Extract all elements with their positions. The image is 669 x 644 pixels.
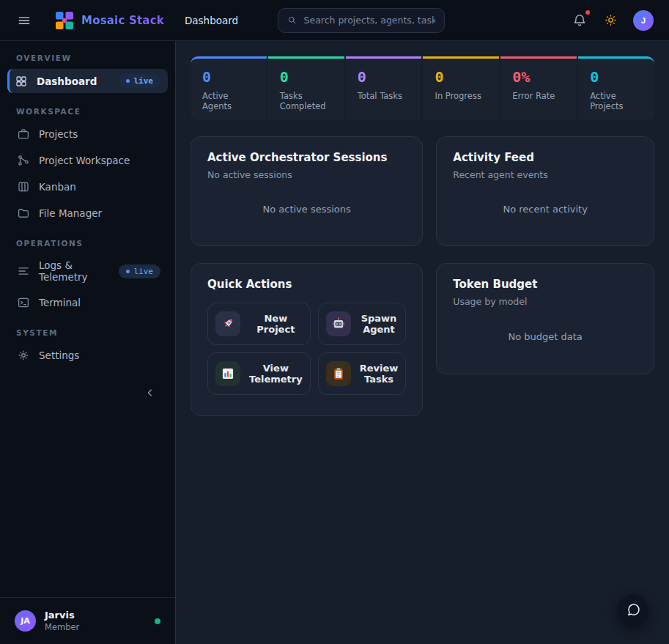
notification-dot bbox=[585, 10, 590, 15]
cards-grid: Active Orchestrator Sessions No active s… bbox=[191, 136, 654, 416]
section-operations: OPERATIONS bbox=[0, 239, 175, 248]
quick-action-label: Spawn Agent bbox=[360, 313, 399, 335]
stat-label: Active Projects bbox=[590, 91, 643, 111]
sidebar-item-label: Project Workspace bbox=[39, 155, 130, 166]
sidebar-item-terminal[interactable]: Terminal bbox=[7, 291, 168, 314]
sidebar-item-label: Kanban bbox=[39, 181, 76, 193]
new-project-button[interactable]: New Project bbox=[207, 303, 311, 345]
stat-value: 0 bbox=[358, 68, 410, 86]
section-overview: OVERVIEW bbox=[0, 53, 175, 62]
spawn-agent-button[interactable]: Spawn Agent bbox=[318, 303, 407, 345]
live-dot-icon bbox=[126, 270, 130, 273]
stat-value: 0 bbox=[280, 68, 333, 86]
logs-icon bbox=[17, 264, 30, 278]
stat-card-total-tasks: 0 Total Tasks bbox=[346, 56, 422, 120]
stat-value: 0 bbox=[590, 68, 643, 86]
activity-card-subtitle: Recent agent events bbox=[453, 169, 637, 180]
bell-icon[interactable] bbox=[571, 12, 588, 29]
sidebar-item-label: File Manager bbox=[39, 207, 102, 219]
sidebar-item-label: Logs & Telemetry bbox=[39, 259, 110, 283]
section-workspace: WORKSPACE bbox=[0, 107, 175, 116]
avatar-initial: J bbox=[641, 16, 646, 25]
topbar-actions: J bbox=[571, 10, 654, 31]
stat-value: 0 bbox=[202, 68, 255, 86]
main-content: 0 Active Agents 0 Tasks Completed 0 Tota… bbox=[176, 41, 669, 644]
stat-card-tasks-completed: 0 Tasks Completed bbox=[268, 56, 344, 120]
sidebar-user-card[interactable]: JA Jarvis Member bbox=[0, 597, 175, 644]
sessions-card-subtitle: No active sessions bbox=[207, 169, 406, 180]
search-icon bbox=[287, 15, 297, 26]
brand-name: Mosaic Stack bbox=[81, 14, 164, 27]
page-title: Dashboard bbox=[185, 15, 238, 26]
avatar: JA bbox=[15, 610, 36, 632]
sidebar-item-project-workspace[interactable]: Project Workspace bbox=[7, 149, 168, 172]
quick-actions-grid: New Project bbox=[207, 303, 406, 395]
app-window: Mosaic Stack Dashboard bbox=[0, 0, 669, 644]
view-telemetry-button[interactable]: View Telemetry bbox=[207, 352, 311, 395]
stat-label: In Progress bbox=[435, 91, 487, 101]
token-budget-card: Token Budget Usage by model No budget da… bbox=[436, 263, 654, 374]
chat-fab-button[interactable] bbox=[618, 594, 648, 625]
activity-empty-state: No recent activity bbox=[453, 180, 637, 232]
mosaic-logo-icon bbox=[55, 11, 74, 30]
bar-chart-icon bbox=[215, 361, 240, 386]
sidebar-item-label: Dashboard bbox=[37, 75, 97, 87]
user-name: Jarvis bbox=[45, 610, 79, 621]
review-tasks-button[interactable]: Review Tasks bbox=[318, 352, 407, 395]
sessions-card-title: Active Orchestrator Sessions bbox=[207, 151, 406, 164]
search-bar[interactable] bbox=[278, 8, 445, 33]
quick-action-label: New Project bbox=[249, 313, 303, 335]
stat-card-active-agents: 0 Active Agents bbox=[191, 56, 267, 120]
live-badge: live bbox=[119, 74, 161, 88]
robot-icon bbox=[326, 311, 351, 336]
stat-card-in-progress: 0 In Progress bbox=[423, 56, 499, 120]
stat-label: Error Rate bbox=[512, 91, 565, 101]
activity-feed-card: Activity Feed Recent agent events No rec… bbox=[436, 136, 654, 246]
stats-row: 0 Active Agents 0 Tasks Completed 0 Tota… bbox=[191, 56, 654, 120]
sidebar-item-file-manager[interactable]: File Manager bbox=[7, 201, 168, 225]
sidebar-item-label: Terminal bbox=[39, 297, 81, 308]
stat-card-error-rate: 0% Error Rate bbox=[500, 56, 577, 120]
search-input[interactable] bbox=[304, 15, 436, 26]
sessions-card: Active Orchestrator Sessions No active s… bbox=[191, 136, 423, 246]
grid-icon bbox=[15, 75, 28, 88]
user-avatar-button[interactable]: J bbox=[633, 10, 654, 31]
quick-action-label: View Telemetry bbox=[249, 363, 303, 385]
section-system: SYSTEM bbox=[0, 328, 175, 337]
quick-action-label: Review Tasks bbox=[360, 363, 399, 385]
live-badge: live bbox=[119, 264, 161, 278]
online-status-dot bbox=[155, 618, 160, 624]
sidebar-item-logs-telemetry[interactable]: Logs & Telemetry live bbox=[7, 254, 168, 288]
brand-logo: Mosaic Stack bbox=[55, 11, 164, 30]
nodes-icon bbox=[17, 154, 30, 167]
stat-label: Tasks Completed bbox=[280, 91, 333, 111]
stat-label: Active Agents bbox=[202, 91, 255, 111]
folder-icon bbox=[17, 207, 30, 220]
briefcase-icon bbox=[17, 127, 30, 141]
sidebar-item-settings[interactable]: Settings bbox=[7, 344, 168, 367]
terminal-icon bbox=[17, 296, 30, 309]
sun-icon[interactable] bbox=[602, 12, 619, 29]
sessions-empty-state: No active sessions bbox=[207, 180, 406, 232]
sidebar-item-projects[interactable]: Projects bbox=[7, 122, 168, 146]
clipboard-icon bbox=[326, 361, 351, 386]
activity-card-title: Activity Feed bbox=[453, 151, 637, 164]
stat-label: Total Tasks bbox=[358, 91, 410, 101]
live-dot-icon bbox=[126, 79, 130, 83]
gear-icon bbox=[17, 349, 30, 362]
sidebar: OVERVIEW Dashboard live WORKSPACE bbox=[0, 41, 176, 644]
chat-icon bbox=[626, 602, 641, 618]
sidebar-item-label: Settings bbox=[39, 349, 79, 361]
quick-actions-title: Quick Actions bbox=[207, 278, 406, 291]
sidebar-collapse-button[interactable] bbox=[141, 384, 159, 401]
quick-actions-card: Quick Actions bbox=[191, 263, 423, 416]
rocket-icon bbox=[215, 311, 240, 336]
stat-value: 0 bbox=[435, 68, 487, 86]
user-role: Member bbox=[45, 622, 79, 632]
budget-card-title: Token Budget bbox=[453, 278, 637, 291]
sidebar-item-kanban[interactable]: Kanban bbox=[7, 175, 168, 199]
sidebar-item-dashboard[interactable]: Dashboard live bbox=[7, 69, 168, 93]
menu-icon[interactable] bbox=[15, 12, 33, 29]
sidebar-item-label: Projects bbox=[39, 128, 78, 140]
budget-card-subtitle: Usage by model bbox=[453, 296, 637, 307]
